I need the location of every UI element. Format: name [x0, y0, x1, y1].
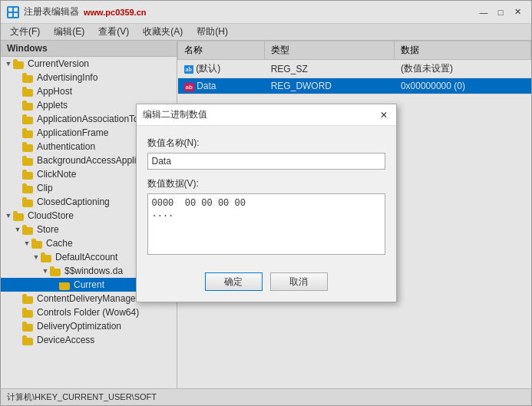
dialog-title: 编辑二进制数值 — [143, 108, 207, 121]
edit-binary-dialog: 编辑二进制数值 ✕ 数值名称(N): 数值数据(V): 确定 取消 — [136, 104, 397, 302]
dialog-title-bar: 编辑二进制数值 ✕ — [137, 104, 396, 126]
dialog-close-button[interactable]: ✕ — [378, 109, 390, 121]
main-window: 注册表编辑器 www.pc0359.cn — □ ✕ 文件(F) 编辑(E) 查… — [0, 0, 532, 406]
ok-button[interactable]: 确定 — [205, 272, 263, 291]
name-field-group: 数值名称(N): — [147, 137, 385, 170]
dialog-footer: 确定 取消 — [137, 265, 396, 302]
modal-overlay: 编辑二进制数值 ✕ 数值名称(N): 数值数据(V): 确定 取消 — [1, 1, 531, 405]
cancel-button[interactable]: 取消 — [270, 272, 328, 291]
data-field-label: 数值数据(V): — [147, 177, 385, 190]
name-field-input[interactable] — [147, 153, 385, 170]
name-field-label: 数值名称(N): — [147, 137, 385, 150]
data-field-group: 数值数据(V): — [147, 177, 385, 257]
dialog-body: 数值名称(N): 数值数据(V): — [137, 126, 396, 265]
data-field-textarea[interactable] — [147, 193, 385, 255]
